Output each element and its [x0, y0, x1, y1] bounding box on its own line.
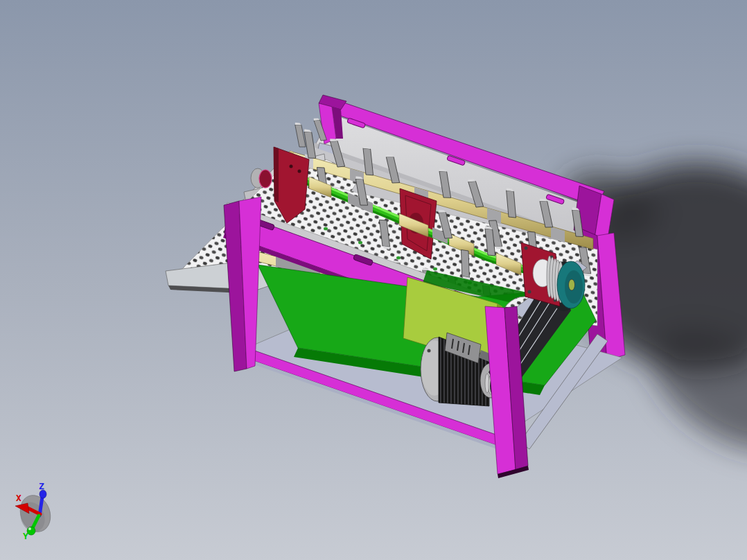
motor-cap-screw	[428, 349, 431, 353]
model-view-canvas[interactable]: X Y Z	[0, 0, 747, 560]
pulley-bore	[569, 279, 575, 290]
cad-viewport[interactable]: X Y Z	[0, 0, 747, 560]
axis-z-label: Z	[39, 481, 44, 491]
rotor-hub-left[interactable]	[251, 168, 272, 188]
axis-y-label: Y	[23, 531, 28, 541]
axis-x-label: X	[16, 493, 21, 503]
